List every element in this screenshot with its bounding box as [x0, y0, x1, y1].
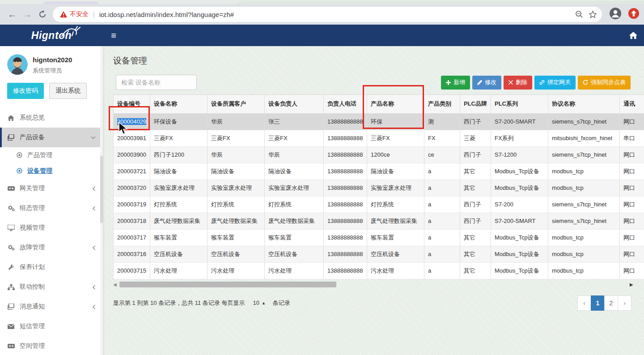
page-size-select[interactable]: 10 ▲: [253, 299, 265, 306]
cell-device-id[interactable]: 200003718: [114, 213, 150, 229]
sidebar-item-gateway-management[interactable]: 网关管理: [0, 179, 103, 198]
column-header[interactable]: 产品名称: [367, 95, 424, 113]
sidebar-item-product-device[interactable]: 产品设备: [0, 128, 103, 147]
avatar[interactable]: [7, 54, 28, 75]
column-header[interactable]: PLC系列: [491, 95, 548, 113]
zoom-out-icon[interactable]: [572, 8, 586, 21]
sidebar-scrollbar[interactable]: [100, 46, 103, 355]
cell-product-name: 空压机设备: [367, 246, 424, 262]
table-row[interactable]: 200004029 环保设备 华辰 张三 13888888888 环保 测 西门…: [114, 113, 644, 130]
record-summary-suffix: 条记录: [273, 299, 290, 307]
table-row[interactable]: 200003900 西门子1200 华辰 华辰 13888888888 1200…: [114, 146, 644, 163]
cell-device-name: 猴车装置: [150, 229, 208, 246]
browser-update-icon[interactable]: [628, 8, 640, 21]
browser-profile-icon[interactable]: [609, 7, 622, 21]
browser-tab-active[interactable]: [237, 1, 644, 4]
column-header[interactable]: 协议名称: [548, 95, 620, 113]
table-row[interactable]: 200003717 猴车装置 猴车装置 猴车装置 13888888888 猴车装…: [114, 229, 644, 246]
sidebar-scrollbar-thumb[interactable]: [100, 156, 103, 223]
delete-button[interactable]: 删除: [504, 76, 532, 90]
search-input[interactable]: [116, 75, 197, 90]
cell-device-id[interactable]: 200003981: [114, 130, 150, 146]
chevron-down-icon: [91, 136, 96, 139]
pagination-prev[interactable]: ‹: [577, 295, 591, 311]
table-row[interactable]: 200003720 实验室废水处理 实验室废水处理 实验室废水处理 138888…: [114, 180, 644, 196]
column-header[interactable]: PLC品牌: [460, 95, 491, 113]
change-password-button[interactable]: 修改密码: [7, 83, 44, 99]
sync-icon: [583, 80, 588, 85]
column-header[interactable]: 设备负责人: [265, 95, 324, 113]
sidebar-item-system-overview[interactable]: 系统总览: [0, 108, 103, 128]
cell-device-id[interactable]: 200003715: [114, 262, 150, 279]
sidebar-item-space-management[interactable]: 空间管理: [0, 336, 103, 355]
chevron-left-icon: [93, 186, 96, 191]
reload-icon[interactable]: [35, 7, 50, 22]
sidebar-item-message-notification[interactable]: 消息通知: [0, 297, 103, 317]
column-header[interactable]: 产品类别: [424, 95, 460, 113]
cell-plc-series: S7-200-SMART: [491, 113, 548, 130]
cell-device-id[interactable]: 200003721: [114, 163, 150, 180]
browser-tab[interactable]: [43, 1, 99, 4]
scroll-left-icon[interactable]: ◀: [113, 282, 119, 287]
scroll-right-icon[interactable]: ▶: [630, 282, 635, 287]
sidebar-item-product-management[interactable]: 产品管理: [0, 147, 103, 163]
table-row[interactable]: 200003718 废气处理数据采集 废气处理数据采集 废气处理数据采集 138…: [114, 213, 644, 229]
table-row[interactable]: 200003719 灯控系统 灯控系统 灯控系统 13888888888 灯控系…: [114, 196, 644, 213]
add-button[interactable]: 新增: [441, 76, 470, 90]
sidebar-item-device-management[interactable]: 设备管理: [0, 163, 103, 179]
cell-plc-brand: 西门子: [460, 196, 491, 213]
bind-gateway-button[interactable]: 绑定网关: [534, 76, 576, 90]
sidebar-item-configuration-management[interactable]: 组态管理: [0, 198, 103, 218]
cell-protocol: modbus_tcp: [548, 180, 620, 196]
column-header[interactable]: 设备编号: [114, 95, 150, 113]
url-bar[interactable]: 不安全 | iot.idosp.net/admin/index.html?lan…: [53, 7, 602, 22]
plus-icon: [446, 80, 451, 85]
back-icon[interactable]: ←: [4, 7, 20, 22]
forward-icon[interactable]: →: [20, 7, 35, 22]
sidebar-item-label: 保养计划: [20, 263, 45, 271]
sidebar-item-fault-management[interactable]: 故障管理: [0, 238, 103, 257]
cell-customer: 实验室废水处理: [208, 180, 265, 196]
column-header[interactable]: 负责人电话: [324, 95, 367, 113]
column-header[interactable]: 通讯: [620, 95, 644, 113]
url-text[interactable]: iot.idosp.net/admin/index.html?language=…: [99, 11, 572, 18]
home-icon[interactable]: [623, 25, 644, 46]
sidebar-item-label: 组态管理: [20, 204, 45, 212]
sidebar-item-sms-management[interactable]: 短信管理: [0, 317, 103, 336]
cell-protocol: modbus_tcp: [548, 163, 620, 180]
sidebar-item-label: 联动控制: [20, 283, 45, 291]
cell-device-id[interactable]: 200003719: [114, 196, 150, 213]
table-row[interactable]: 200003715 污水处理 污水处理 污水处理 13888888888 污水处…: [114, 262, 644, 279]
pagination-next[interactable]: ›: [618, 295, 631, 311]
sidebar-item-video-management[interactable]: 视频管理: [0, 218, 103, 238]
cell-device-id[interactable]: 200004029: [114, 113, 150, 130]
edit-button[interactable]: 修改: [472, 76, 501, 90]
sidebar-item-maintenance-plan[interactable]: 保养计划: [0, 257, 103, 277]
logout-button[interactable]: 退出系统: [49, 83, 87, 99]
sidebar-item-label: 网关管理: [20, 184, 45, 192]
scrollbar-thumb[interactable]: [119, 282, 336, 287]
column-header[interactable]: 设备名称: [150, 95, 208, 113]
sidebar-toggle-button[interactable]: ≡: [103, 25, 124, 46]
table-row[interactable]: 200003721 隔油设备 隔油设备 隔油设备 13888888888 隔油设…: [114, 163, 644, 180]
cell-owner: 华辰: [265, 146, 324, 163]
cell-device-id[interactable]: 200003716: [114, 246, 150, 262]
column-header[interactable]: 设备所属客户: [208, 95, 265, 113]
pagination-page-2[interactable]: 2: [604, 295, 618, 311]
cell-phone: 13888888888: [324, 113, 367, 130]
horizontal-scrollbar[interactable]: ◀ ▶: [113, 281, 639, 288]
cell-customer: 三菱FX: [208, 130, 265, 146]
cell-device-id[interactable]: 200003717: [114, 229, 150, 246]
table-row[interactable]: 200003716 空压机设备 空压机设备 空压机设备 13888888888 …: [114, 246, 644, 262]
bookmark-star-icon[interactable]: [586, 8, 599, 21]
browser-tab-strip: [0, 0, 644, 4]
cell-device-id[interactable]: 200003900: [114, 146, 150, 163]
gateway-icon: [7, 186, 15, 191]
cell-plc-series: Modbus_Tcp设备: [491, 246, 548, 262]
cell-device-id[interactable]: 200003720: [114, 180, 150, 196]
pagination-page-1[interactable]: 1: [591, 295, 605, 311]
table-row[interactable]: 200003981 三菱FX 三菱FX 三菱FX 13888888888 三菱F…: [114, 130, 644, 146]
sidebar-item-linkage-control[interactable]: 联动控制: [0, 277, 103, 297]
force-sync-button[interactable]: 强制同步点表: [578, 76, 631, 90]
cell-owner: 隔油设备: [265, 163, 324, 180]
